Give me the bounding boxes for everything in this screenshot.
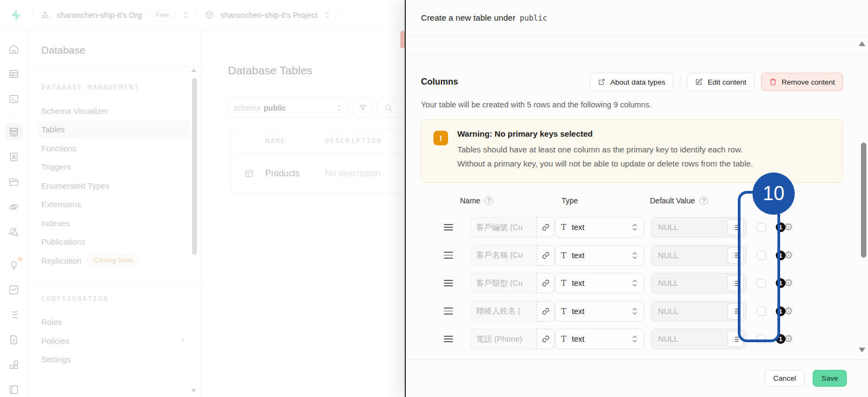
edit-content-button[interactable]: Edit content <box>687 73 754 91</box>
grid-header-default: Default Value <box>650 196 695 205</box>
default-value-menu-icon[interactable] <box>727 331 744 347</box>
dialog-footer: Cancel Save <box>406 359 868 397</box>
primary-key-checkbox[interactable] <box>757 279 766 288</box>
default-value-menu-icon[interactable] <box>727 219 744 235</box>
text-type-icon: T <box>561 251 566 260</box>
foreign-key-icon[interactable] <box>537 329 554 349</box>
edit-icon <box>695 78 703 86</box>
text-type-icon: T <box>561 278 566 288</box>
help-icon[interactable]: ? <box>484 196 493 205</box>
warning-title: Warning: No primary keys selected <box>457 129 753 138</box>
dialog-title-schema: public <box>520 14 547 22</box>
default-value-menu-icon[interactable] <box>727 247 744 264</box>
column-row: T text ⚙ 1 <box>421 301 843 322</box>
external-link-icon <box>598 78 605 86</box>
chevron-updown-icon <box>631 278 638 288</box>
chevron-updown-icon <box>631 251 638 260</box>
help-icon[interactable]: ? <box>699 196 708 205</box>
chevron-updown-icon <box>631 334 638 344</box>
column-row: T text ⚙ 1 <box>421 217 843 238</box>
default-value-input[interactable] <box>658 307 727 316</box>
column-type-select[interactable]: T text <box>555 273 644 293</box>
dialog-scroll-up-arrow[interactable] <box>859 41 865 46</box>
foreign-key-icon[interactable] <box>537 245 554 266</box>
drag-handle-icon[interactable] <box>444 224 456 230</box>
text-type-icon: T <box>561 222 566 232</box>
default-value-menu-icon[interactable] <box>727 303 744 319</box>
save-button[interactable]: Save <box>813 370 847 387</box>
column-settings-button[interactable]: ⚙ 1 <box>776 250 793 261</box>
column-name-input[interactable] <box>470 273 537 293</box>
settings-count-badge: 1 <box>776 334 786 344</box>
dialog-section-divider <box>406 54 868 54</box>
primary-key-checkbox[interactable] <box>757 223 766 232</box>
columns-section-title: Columns <box>421 77 458 87</box>
drag-handle-icon[interactable] <box>444 280 456 286</box>
settings-count-badge: 1 <box>776 251 786 260</box>
trash-icon <box>769 78 777 86</box>
foreign-key-icon[interactable] <box>537 273 554 293</box>
columns-list: T text ⚙ 1 <box>421 217 843 349</box>
warning-line: Without a primary key, you will not be a… <box>457 157 753 171</box>
button-group-divider <box>680 75 680 89</box>
column-type-select[interactable]: T text <box>555 217 644 238</box>
column-name-input[interactable] <box>470 217 537 238</box>
cancel-button[interactable]: Cancel <box>764 370 805 387</box>
column-row: T text ⚙ 1 <box>421 245 843 266</box>
drag-handle-icon[interactable] <box>444 252 456 258</box>
column-settings-button[interactable]: ⚙ 1 <box>776 222 793 233</box>
foreign-key-icon[interactable] <box>537 217 554 238</box>
settings-count-badge: 1 <box>776 222 786 232</box>
default-value-input[interactable] <box>658 251 727 260</box>
foreign-key-icon[interactable] <box>537 301 554 322</box>
drag-handle-icon[interactable] <box>444 308 456 314</box>
remove-content-button[interactable]: Remove content <box>761 73 843 91</box>
column-settings-button[interactable]: ⚙ 1 <box>776 306 793 317</box>
default-value-input[interactable] <box>658 335 727 343</box>
dialog-title: Create a new table under public <box>406 0 868 36</box>
annotation-step-badge: 10 <box>752 172 795 215</box>
column-type-select[interactable]: T text <box>555 329 644 349</box>
dim-overlay <box>0 0 405 397</box>
dialog-scrollbar-thumb[interactable] <box>861 143 866 258</box>
column-type-select[interactable]: T text <box>555 245 644 266</box>
default-value-field <box>651 301 746 322</box>
settings-count-badge: 1 <box>776 278 786 288</box>
column-type-select[interactable]: T text <box>555 301 644 322</box>
column-settings-button[interactable]: ⚙ 1 <box>776 278 793 289</box>
column-row: T text ⚙ 1 <box>421 329 843 349</box>
text-type-icon: T <box>561 334 566 344</box>
chevron-updown-icon <box>631 222 638 232</box>
default-value-field <box>651 273 746 293</box>
column-name-input[interactable] <box>470 301 537 322</box>
default-value-field <box>651 245 746 266</box>
settings-count-badge: 1 <box>776 306 786 316</box>
warning-icon: ! <box>433 131 448 145</box>
create-table-dialog: Create a new table under public Columns … <box>405 0 868 397</box>
dialog-scroll-down-arrow[interactable] <box>859 348 865 353</box>
column-name-input[interactable] <box>470 245 537 266</box>
grid-header-name: Name <box>460 196 480 205</box>
text-type-icon: T <box>561 306 566 316</box>
warning-line: Tables should have at least one column a… <box>457 143 753 157</box>
default-value-menu-icon[interactable] <box>727 275 744 291</box>
column-settings-button[interactable]: ⚙ 1 <box>776 334 793 344</box>
default-value-field <box>651 217 746 238</box>
column-name-input[interactable] <box>470 329 537 349</box>
chevron-updown-icon <box>631 306 638 316</box>
default-value-input[interactable] <box>658 279 727 287</box>
drag-handle-icon[interactable] <box>444 336 456 342</box>
default-value-input[interactable] <box>658 223 727 232</box>
primary-key-checkbox[interactable] <box>757 251 766 260</box>
grid-header-type: Type <box>561 196 650 205</box>
primary-key-checkbox[interactable] <box>757 335 766 344</box>
about-data-types-button[interactable]: About data types <box>590 73 673 91</box>
primary-key-checkbox[interactable] <box>757 306 766 316</box>
table-summary-text: Your table will be created with 5 rows a… <box>421 100 843 109</box>
column-row: T text ⚙ 1 <box>421 273 843 293</box>
default-value-field <box>651 329 746 349</box>
